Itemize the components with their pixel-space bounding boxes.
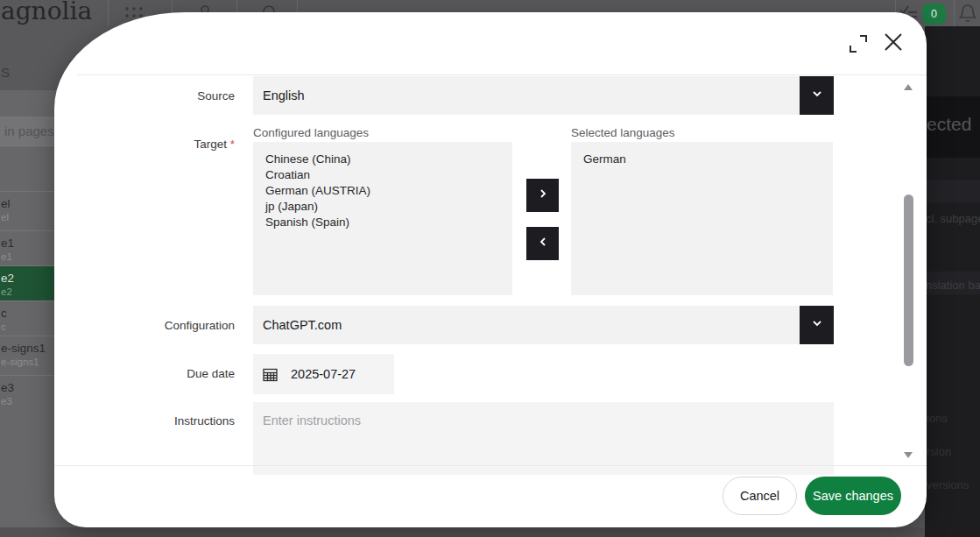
action-bar-fragment: rsion (927, 445, 951, 458)
header-divider (108, 0, 109, 26)
target-label: Target * (54, 138, 235, 151)
chevron-down-icon (810, 87, 824, 104)
app-root: agnolia 0 (0, 0, 980, 537)
source-value: English (263, 76, 305, 115)
language-option[interactable]: jp (Japan) (265, 199, 512, 215)
scroll-up-arrow[interactable] (904, 84, 913, 90)
bell-icon (959, 4, 976, 27)
action-bar-fragment: ions (927, 412, 948, 425)
selected-languages-listbox[interactable]: German (571, 142, 833, 295)
tab-label-fragment: S (1, 65, 10, 80)
language-option[interactable]: Spanish (Spain) (265, 215, 512, 230)
language-option[interactable]: Chinese (China) (265, 152, 512, 167)
dialog-footer-divider (54, 465, 927, 466)
action-bar-fragment: versions (927, 478, 969, 491)
due-date-label: Due date (54, 367, 235, 380)
cancel-button[interactable]: Cancel (723, 477, 797, 515)
chevron-left-icon (536, 235, 550, 252)
selected-languages-caption: Selected languages (571, 126, 675, 139)
required-asterisk: * (230, 138, 235, 151)
action-bar-fragment: cl. subpages (926, 212, 980, 225)
maximize-icon[interactable] (846, 32, 871, 56)
background-bottom-strip (0, 527, 925, 537)
scrollbar-thumb[interactable] (904, 194, 913, 366)
dialog-scrollbar[interactable] (898, 79, 919, 462)
move-left-button[interactable] (526, 227, 559, 260)
due-date-field[interactable]: 2025-07-27 (253, 354, 394, 394)
configuration-value: ChatGPT.com (263, 306, 342, 344)
configured-languages-listbox[interactable]: Chinese (China) Croatian German (AUSTRIA… (253, 142, 512, 295)
move-right-button[interactable] (526, 179, 559, 212)
source-label: Source (54, 89, 235, 102)
task-count-badge: 0 (922, 4, 946, 25)
action-bar-fragment: ected (927, 114, 971, 135)
magnolia-logo: agnolia (1, 0, 92, 25)
action-bar-item (925, 180, 980, 202)
instructions-field-wrap (253, 402, 834, 475)
configuration-label: Configuration (54, 319, 235, 332)
instructions-label: Instructions (54, 414, 235, 427)
configuration-dropdown-button[interactable] (800, 306, 834, 344)
language-option[interactable]: German (583, 152, 833, 167)
header-divider (954, 0, 955, 26)
action-bar-panel: ected cl. subpages nslation bat ions rsi… (925, 26, 980, 537)
language-option[interactable]: Croatian (265, 167, 512, 183)
source-select[interactable]: English (253, 76, 834, 115)
action-bar-fragment: nslation bat (926, 279, 980, 292)
scroll-down-arrow[interactable] (904, 452, 913, 458)
translation-dialog: Source English Target * Configured langu… (54, 12, 927, 527)
chevron-right-icon (536, 187, 550, 204)
dialog-header-divider (77, 74, 927, 75)
language-option[interactable]: German (AUSTRIA) (265, 183, 512, 199)
instructions-textarea[interactable] (253, 402, 834, 475)
chevron-down-icon (810, 316, 824, 334)
due-date-value: 2025-07-27 (291, 354, 356, 394)
source-dropdown-button[interactable] (800, 76, 834, 115)
configuration-select[interactable]: ChatGPT.com (253, 306, 834, 344)
close-icon[interactable] (881, 30, 906, 54)
configured-languages-caption: Configured languages (253, 126, 369, 139)
save-changes-button[interactable]: Save changes (805, 477, 901, 515)
